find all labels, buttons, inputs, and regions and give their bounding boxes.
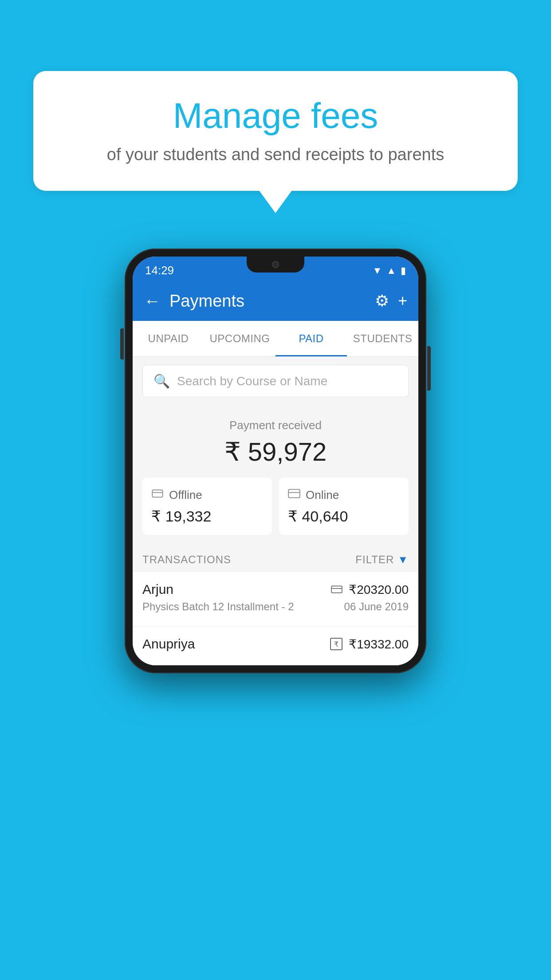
status-icons: ▼ ▲ ▮ bbox=[372, 265, 406, 277]
transaction-row-top: Arjun ₹20320.00 bbox=[142, 582, 409, 597]
transaction-course: Physics Batch 12 Installment - 2 bbox=[142, 601, 294, 613]
search-container: 🔍 Search by Course or Name bbox=[133, 357, 418, 405]
filter-label: FILTER bbox=[355, 553, 394, 566]
transaction-row-bottom: Physics Batch 12 Installment - 2 06 June… bbox=[142, 601, 409, 613]
online-amount: ₹ 40,640 bbox=[288, 507, 400, 525]
online-payment-card: Online ₹ 40,640 bbox=[279, 478, 409, 535]
transaction-amount-value: ₹20320.00 bbox=[349, 582, 409, 597]
payment-summary: Payment received ₹ 59,972 Offline bbox=[133, 405, 418, 545]
filter-button[interactable]: FILTER ▼ bbox=[355, 553, 409, 566]
svg-rect-4 bbox=[331, 586, 342, 593]
camera-notch bbox=[272, 261, 279, 268]
svg-rect-2 bbox=[288, 490, 300, 498]
transaction-item[interactable]: Arjun ₹20320.00 Physics Batch 12 Install… bbox=[133, 572, 418, 627]
payment-cards: Offline ₹ 19,332 Online bbox=[142, 478, 409, 535]
tab-unpaid[interactable]: UNPAID bbox=[133, 321, 204, 356]
filter-icon: ▼ bbox=[398, 553, 409, 566]
transaction-row-top: Anupriya ₹ ₹19332.00 bbox=[142, 636, 409, 652]
signal-icon: ▲ bbox=[386, 265, 396, 277]
payment-total-amount: ₹ 59,972 bbox=[142, 437, 409, 467]
speech-bubble-subtitle: of your students and send receipts to pa… bbox=[60, 145, 491, 164]
phone-outer: 14:29 ▼ ▲ ▮ ← Payments ⚙ + UNPAID UPCOMI… bbox=[125, 249, 426, 673]
offline-card-header: Offline bbox=[151, 487, 263, 503]
transaction-item[interactable]: Anupriya ₹ ₹19332.00 bbox=[133, 627, 418, 665]
svg-rect-0 bbox=[152, 490, 162, 497]
transaction-name: Anupriya bbox=[142, 636, 195, 652]
transactions-header: TRANSACTIONS FILTER ▼ bbox=[133, 545, 418, 572]
phone-wrapper: 14:29 ▼ ▲ ▮ ← Payments ⚙ + UNPAID UPCOMI… bbox=[125, 249, 426, 673]
app-bar: ← Payments ⚙ + bbox=[133, 281, 418, 321]
offline-icon bbox=[151, 487, 164, 503]
app-title: Payments bbox=[169, 292, 366, 311]
offline-label: Offline bbox=[169, 488, 202, 502]
tabs-container: UNPAID UPCOMING PAID STUDENTS bbox=[133, 321, 418, 357]
wifi-icon: ▼ bbox=[372, 265, 382, 277]
tab-paid[interactable]: PAID bbox=[276, 321, 347, 356]
transactions-label: TRANSACTIONS bbox=[142, 553, 231, 566]
online-icon bbox=[288, 487, 300, 503]
payment-received-label: Payment received bbox=[142, 419, 409, 432]
phone-notch bbox=[247, 257, 304, 273]
tab-students[interactable]: STUDENTS bbox=[347, 321, 418, 356]
offline-amount: ₹ 19,332 bbox=[151, 507, 263, 525]
add-button[interactable]: + bbox=[398, 292, 407, 310]
online-card-header: Online bbox=[288, 487, 400, 503]
battery-icon: ▮ bbox=[401, 265, 406, 277]
offline-payment-card: Offline ₹ 19,332 bbox=[142, 478, 272, 535]
online-label: Online bbox=[306, 488, 339, 502]
speech-bubble: Manage fees of your students and send re… bbox=[33, 71, 518, 191]
settings-button[interactable]: ⚙ bbox=[375, 292, 389, 310]
back-button[interactable]: ← bbox=[144, 292, 161, 311]
transaction-amount-value: ₹19332.00 bbox=[349, 637, 409, 652]
speech-bubble-container: Manage fees of your students and send re… bbox=[33, 71, 518, 191]
transaction-name: Arjun bbox=[142, 582, 173, 597]
tab-upcoming[interactable]: UPCOMING bbox=[204, 321, 276, 356]
rupee-icon: ₹ bbox=[330, 638, 342, 650]
status-time: 14:29 bbox=[145, 264, 174, 277]
phone-screen: 14:29 ▼ ▲ ▮ ← Payments ⚙ + UNPAID UPCOMI… bbox=[133, 257, 418, 665]
transaction-amount: ₹ ₹19332.00 bbox=[330, 637, 409, 652]
search-icon: 🔍 bbox=[153, 373, 170, 389]
search-box[interactable]: 🔍 Search by Course or Name bbox=[142, 365, 409, 397]
transaction-amount: ₹20320.00 bbox=[331, 582, 409, 597]
speech-bubble-title: Manage fees bbox=[60, 95, 491, 136]
transaction-date: 06 June 2019 bbox=[344, 601, 409, 613]
search-input[interactable]: Search by Course or Name bbox=[177, 374, 327, 388]
